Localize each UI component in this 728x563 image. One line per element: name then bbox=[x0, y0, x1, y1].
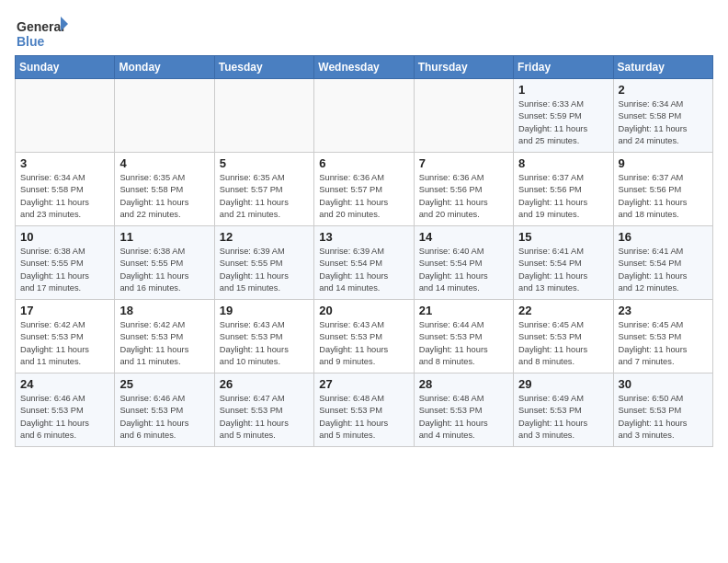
calendar-cell bbox=[16, 79, 115, 153]
calendar-cell bbox=[115, 79, 214, 153]
day-info: Sunrise: 6:50 AMSunset: 5:53 PMDaylight:… bbox=[619, 393, 708, 442]
day-number: 23 bbox=[619, 304, 708, 317]
calendar-week-1: 1Sunrise: 6:33 AMSunset: 5:59 PMDaylight… bbox=[16, 79, 713, 153]
calendar-table: SundayMondayTuesdayWednesdayThursdayFrid… bbox=[15, 55, 713, 447]
calendar-cell: 8Sunrise: 6:37 AMSunset: 5:56 PMDaylight… bbox=[514, 153, 613, 226]
calendar-week-3: 10Sunrise: 6:38 AMSunset: 5:55 PMDayligh… bbox=[16, 226, 713, 300]
day-number: 21 bbox=[419, 304, 508, 317]
day-header-friday: Friday bbox=[514, 56, 613, 79]
calendar-cell: 9Sunrise: 6:37 AMSunset: 5:56 PMDaylight… bbox=[613, 153, 712, 226]
day-info: Sunrise: 6:41 AMSunset: 5:54 PMDaylight:… bbox=[518, 246, 608, 295]
calendar-cell: 28Sunrise: 6:48 AMSunset: 5:53 PMDayligh… bbox=[414, 373, 513, 447]
calendar-cell: 12Sunrise: 6:39 AMSunset: 5:55 PMDayligh… bbox=[214, 226, 313, 300]
day-number: 12 bbox=[220, 230, 309, 244]
calendar-cell: 3Sunrise: 6:34 AMSunset: 5:58 PMDaylight… bbox=[16, 153, 115, 226]
day-header-tuesday: Tuesday bbox=[214, 56, 313, 79]
day-number: 16 bbox=[619, 230, 708, 244]
calendar-cell: 21Sunrise: 6:44 AMSunset: 5:53 PMDayligh… bbox=[414, 300, 513, 373]
day-number: 25 bbox=[119, 377, 209, 391]
calendar-cell: 29Sunrise: 6:49 AMSunset: 5:53 PMDayligh… bbox=[514, 373, 613, 447]
calendar-cell: 19Sunrise: 6:43 AMSunset: 5:53 PMDayligh… bbox=[214, 300, 313, 373]
calendar-cell: 25Sunrise: 6:46 AMSunset: 5:53 PMDayligh… bbox=[115, 373, 214, 447]
day-header-saturday: Saturday bbox=[613, 56, 712, 79]
day-info: Sunrise: 6:46 AMSunset: 5:53 PMDaylight:… bbox=[20, 393, 109, 442]
day-number: 18 bbox=[119, 304, 209, 317]
day-number: 14 bbox=[419, 230, 508, 244]
calendar-cell: 16Sunrise: 6:41 AMSunset: 5:54 PMDayligh… bbox=[613, 226, 712, 300]
day-info: Sunrise: 6:36 AMSunset: 5:56 PMDaylight:… bbox=[419, 172, 508, 222]
calendar-cell: 2Sunrise: 6:34 AMSunset: 5:58 PMDaylight… bbox=[613, 79, 712, 153]
day-number: 9 bbox=[619, 156, 708, 170]
day-number: 3 bbox=[20, 156, 109, 170]
day-number: 13 bbox=[319, 230, 408, 244]
calendar-cell: 17Sunrise: 6:42 AMSunset: 5:53 PMDayligh… bbox=[16, 300, 115, 373]
calendar-cell: 6Sunrise: 6:36 AMSunset: 5:57 PMDaylight… bbox=[314, 153, 414, 226]
day-number: 22 bbox=[518, 304, 608, 317]
page-header: GeneralBlue bbox=[15, 15, 713, 52]
calendar-cell: 1Sunrise: 6:33 AMSunset: 5:59 PMDaylight… bbox=[514, 79, 613, 153]
calendar-cell: 7Sunrise: 6:36 AMSunset: 5:56 PMDaylight… bbox=[414, 153, 513, 226]
calendar-cell: 4Sunrise: 6:35 AMSunset: 5:58 PMDaylight… bbox=[115, 153, 214, 226]
day-info: Sunrise: 6:45 AMSunset: 5:53 PMDaylight:… bbox=[619, 319, 708, 369]
day-info: Sunrise: 6:41 AMSunset: 5:54 PMDaylight:… bbox=[619, 246, 708, 295]
day-number: 11 bbox=[119, 230, 209, 244]
day-info: Sunrise: 6:48 AMSunset: 5:53 PMDaylight:… bbox=[419, 393, 508, 442]
day-number: 4 bbox=[119, 156, 209, 170]
calendar-week-2: 3Sunrise: 6:34 AMSunset: 5:58 PMDaylight… bbox=[16, 153, 713, 226]
day-number: 24 bbox=[20, 377, 109, 391]
calendar-cell: 10Sunrise: 6:38 AMSunset: 5:55 PMDayligh… bbox=[16, 226, 115, 300]
day-info: Sunrise: 6:37 AMSunset: 5:56 PMDaylight:… bbox=[619, 172, 708, 222]
day-info: Sunrise: 6:38 AMSunset: 5:55 PMDaylight:… bbox=[119, 246, 209, 295]
day-number: 20 bbox=[319, 304, 408, 317]
calendar-cell: 26Sunrise: 6:47 AMSunset: 5:53 PMDayligh… bbox=[214, 373, 313, 447]
calendar-cell: 24Sunrise: 6:46 AMSunset: 5:53 PMDayligh… bbox=[16, 373, 115, 447]
day-number: 29 bbox=[518, 377, 608, 391]
calendar-cell: 20Sunrise: 6:43 AMSunset: 5:53 PMDayligh… bbox=[314, 300, 414, 373]
day-number: 6 bbox=[319, 156, 408, 170]
day-number: 26 bbox=[220, 377, 309, 391]
day-info: Sunrise: 6:42 AMSunset: 5:53 PMDaylight:… bbox=[20, 319, 109, 369]
day-info: Sunrise: 6:42 AMSunset: 5:53 PMDaylight:… bbox=[119, 319, 209, 369]
day-header-thursday: Thursday bbox=[414, 56, 513, 79]
day-number: 28 bbox=[419, 377, 508, 391]
calendar-cell bbox=[414, 79, 513, 153]
calendar-cell bbox=[214, 79, 313, 153]
calendar-cell: 11Sunrise: 6:38 AMSunset: 5:55 PMDayligh… bbox=[115, 226, 214, 300]
calendar-week-5: 24Sunrise: 6:46 AMSunset: 5:53 PMDayligh… bbox=[16, 373, 713, 447]
day-number: 8 bbox=[518, 156, 608, 170]
day-info: Sunrise: 6:48 AMSunset: 5:53 PMDaylight:… bbox=[319, 393, 408, 442]
day-number: 1 bbox=[518, 83, 608, 97]
day-number: 10 bbox=[20, 230, 109, 244]
day-info: Sunrise: 6:39 AMSunset: 5:55 PMDaylight:… bbox=[220, 246, 309, 295]
day-info: Sunrise: 6:34 AMSunset: 5:58 PMDaylight:… bbox=[619, 98, 708, 148]
day-info: Sunrise: 6:49 AMSunset: 5:53 PMDaylight:… bbox=[518, 393, 608, 442]
day-info: Sunrise: 6:47 AMSunset: 5:53 PMDaylight:… bbox=[220, 393, 309, 442]
day-info: Sunrise: 6:34 AMSunset: 5:58 PMDaylight:… bbox=[20, 172, 109, 222]
day-info: Sunrise: 6:39 AMSunset: 5:54 PMDaylight:… bbox=[319, 246, 408, 295]
day-header-sunday: Sunday bbox=[16, 56, 115, 79]
day-number: 19 bbox=[220, 304, 309, 317]
day-info: Sunrise: 6:38 AMSunset: 5:55 PMDaylight:… bbox=[20, 246, 109, 295]
day-info: Sunrise: 6:44 AMSunset: 5:53 PMDaylight:… bbox=[419, 319, 508, 369]
calendar-cell: 14Sunrise: 6:40 AMSunset: 5:54 PMDayligh… bbox=[414, 226, 513, 300]
calendar-cell: 18Sunrise: 6:42 AMSunset: 5:53 PMDayligh… bbox=[115, 300, 214, 373]
day-info: Sunrise: 6:37 AMSunset: 5:56 PMDaylight:… bbox=[518, 172, 608, 222]
calendar-cell: 22Sunrise: 6:45 AMSunset: 5:53 PMDayligh… bbox=[514, 300, 613, 373]
calendar-week-4: 17Sunrise: 6:42 AMSunset: 5:53 PMDayligh… bbox=[16, 300, 713, 373]
day-info: Sunrise: 6:33 AMSunset: 5:59 PMDaylight:… bbox=[518, 98, 608, 148]
day-number: 5 bbox=[220, 156, 309, 170]
day-number: 2 bbox=[619, 83, 708, 97]
day-info: Sunrise: 6:35 AMSunset: 5:57 PMDaylight:… bbox=[220, 172, 309, 222]
day-number: 27 bbox=[319, 377, 408, 391]
day-info: Sunrise: 6:46 AMSunset: 5:53 PMDaylight:… bbox=[119, 393, 209, 442]
day-number: 17 bbox=[20, 304, 109, 317]
calendar-cell: 15Sunrise: 6:41 AMSunset: 5:54 PMDayligh… bbox=[514, 226, 613, 300]
calendar-cell: 23Sunrise: 6:45 AMSunset: 5:53 PMDayligh… bbox=[613, 300, 712, 373]
day-number: 7 bbox=[419, 156, 508, 170]
calendar-header-row: SundayMondayTuesdayWednesdayThursdayFrid… bbox=[16, 56, 713, 79]
day-info: Sunrise: 6:36 AMSunset: 5:57 PMDaylight:… bbox=[319, 172, 408, 222]
calendar-cell: 27Sunrise: 6:48 AMSunset: 5:53 PMDayligh… bbox=[314, 373, 414, 447]
day-number: 30 bbox=[619, 377, 708, 391]
day-number: 15 bbox=[518, 230, 608, 244]
day-header-wednesday: Wednesday bbox=[314, 56, 414, 79]
